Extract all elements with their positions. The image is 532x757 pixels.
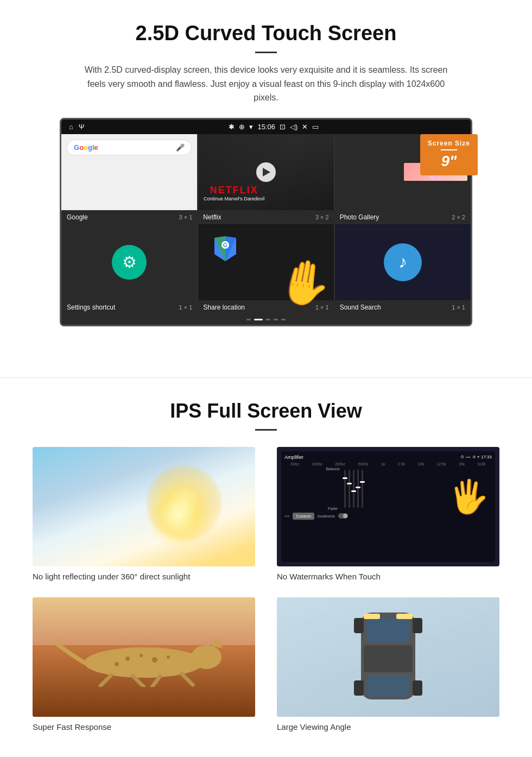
- dot-3: [266, 319, 270, 320]
- feature-car-caption: Large Viewing Angle: [277, 722, 499, 731]
- svg-rect-22: [413, 618, 422, 633]
- share-location-cell[interactable]: G 🤚: [198, 224, 334, 300]
- badge-label: Screen Size: [428, 140, 470, 147]
- svg-rect-20: [366, 675, 410, 697]
- svg-point-5: [84, 647, 204, 678]
- status-bar-center: ✱ ⊕ ▾ 15:06 ⊡ ◁) ✕ ▭: [229, 123, 319, 131]
- settings-app-name: Settings shortcut: [67, 304, 115, 311]
- eq-thumb-3: [351, 490, 356, 492]
- eq-thumb-1: [343, 477, 347, 479]
- settings-icon-circle: ⚙: [112, 245, 147, 280]
- maps-icon-wrapper: G: [212, 235, 239, 264]
- feature-car-image: [277, 597, 499, 717]
- maps-icon: G: [212, 235, 239, 262]
- signal-icon: ▾: [249, 123, 253, 131]
- usb-icon: Ψ: [79, 123, 85, 131]
- cheetah-svg: [52, 633, 236, 687]
- sun-glow: [146, 465, 222, 541]
- bluetooth-icon: ✱: [229, 123, 235, 131]
- feature-cheetah: Super Fast Response: [33, 597, 255, 731]
- eq-amplifier-label: Amplifier: [284, 455, 303, 460]
- svg-line-8: [100, 675, 111, 686]
- cheetah-visual: [33, 597, 255, 717]
- time-display: 15:06: [257, 123, 275, 131]
- svg-rect-19: [364, 645, 413, 672]
- cheetah-silhouette: [44, 633, 244, 687]
- feature-sky: No light reflecting under 360° direct su…: [33, 447, 255, 581]
- eq-bar-3: [353, 470, 354, 508]
- status-bar: ⌂ Ψ ✱ ⊕ ▾ 15:06 ⊡ ◁) ✕ ▭: [61, 119, 471, 134]
- svg-rect-24: [413, 680, 422, 696]
- app-grid-row1: Google 🎤 NETFLIX: [61, 134, 471, 210]
- svg-rect-23: [354, 680, 364, 696]
- google-mic-icon[interactable]: 🎤: [176, 143, 185, 152]
- section1-description: With 2.5D curved-display screen, this de…: [76, 63, 456, 105]
- svg-point-14: [152, 657, 157, 663]
- eq-screen: Amplifier ⚙ ••• ⊕ ▾ 17:33 60hz100hz200hz…: [281, 451, 495, 562]
- sound-label: Sound Search 1 × 1: [334, 300, 471, 314]
- screen-size-badge: Screen Size 9": [420, 134, 478, 175]
- dot-5: [281, 319, 286, 320]
- app-grid-row2: ⚙ G 🤚: [61, 224, 471, 300]
- eq-toggle-knob: [343, 514, 347, 518]
- netflix-logo-overlay: NETFLIX Continue Marvel's Daredevil: [204, 185, 264, 201]
- netflix-play-button[interactable]: [256, 162, 276, 182]
- device-mockup: Screen Size 9" ⌂ Ψ ✱ ⊕ ▾ 15:06 ⊡ ◁) ✕: [60, 118, 472, 326]
- eq-thumb-2: [347, 483, 352, 484]
- svg-point-12: [125, 657, 130, 661]
- google-label: Google 3 × 1: [61, 210, 198, 224]
- svg-rect-21: [354, 618, 364, 633]
- eq-loudness-toggle[interactable]: [338, 513, 348, 519]
- eq-thumb-4: [356, 487, 360, 488]
- svg-point-16: [115, 662, 119, 666]
- google-app-name: Google: [67, 213, 88, 221]
- music-note-icon: ♪: [398, 252, 407, 272]
- google-app-size: 3 × 1: [179, 214, 193, 220]
- svg-rect-25: [364, 614, 380, 619]
- gallery-app-size: 2 × 2: [452, 214, 465, 220]
- google-logo: Google: [74, 143, 98, 152]
- svg-line-9: [133, 676, 144, 687]
- section2-divider: [255, 429, 277, 431]
- svg-text:G: G: [223, 242, 227, 248]
- eq-status-icons: ⚙ ••• ⊕ ▾ 17:33: [460, 455, 492, 459]
- section-curved-touch: 2.5D Curved Touch Screen With 2.5D curve…: [0, 0, 532, 345]
- cross-icon: ✕: [302, 123, 308, 131]
- netflix-app-cell[interactable]: NETFLIX Continue Marvel's Daredevil: [198, 134, 334, 210]
- section2-title: IPS Full Screen View: [33, 400, 499, 422]
- settings-app-size: 1 × 1: [179, 304, 193, 311]
- eq-visual: Amplifier ⚙ ••• ⊕ ▾ 17:33 60hz100hz200hz…: [277, 447, 499, 566]
- dot-1: [246, 319, 251, 320]
- feature-cheetah-image: [33, 597, 255, 717]
- sound-search-cell[interactable]: ♪: [335, 224, 471, 300]
- google-app-cell[interactable]: Google 🎤: [61, 134, 197, 210]
- badge-size: 9": [441, 153, 457, 169]
- eq-bar-5: [362, 470, 363, 508]
- play-triangle-icon: [263, 168, 270, 176]
- feature-eq-caption: No Watermarks When Touch: [277, 572, 499, 581]
- eq-custom-btn[interactable]: Custom: [293, 513, 314, 520]
- feature-eq: Amplifier ⚙ ••• ⊕ ▾ 17:33 60hz100hz200hz…: [277, 447, 499, 581]
- car-svg: [353, 602, 423, 710]
- google-searchbar[interactable]: Google 🎤: [67, 140, 192, 155]
- eq-bar-1: [344, 470, 346, 508]
- app-labels-row1: Google 3 × 1 Netflix 3 × 2 Photo Gallery…: [61, 210, 471, 224]
- eq-sliders-area: Balance Fader: [284, 467, 492, 510]
- settings-label: Settings shortcut 1 × 1: [61, 300, 198, 314]
- section-separator: [0, 377, 532, 378]
- device-screen: ⌂ Ψ ✱ ⊕ ▾ 15:06 ⊡ ◁) ✕ ▭: [60, 118, 472, 326]
- sound-app-name: Sound Search: [340, 304, 381, 311]
- car-visual: [277, 597, 499, 717]
- svg-point-6: [191, 645, 221, 669]
- pointing-hand-icon: 🤚: [273, 253, 335, 313]
- status-bar-left: ⌂ Ψ: [69, 123, 85, 131]
- section-ips: IPS Full Screen View No light reflecting…: [0, 400, 532, 753]
- feature-sky-image: [33, 447, 255, 566]
- settings-app-cell[interactable]: ⚙: [61, 224, 197, 300]
- feature-car: Large Viewing Angle: [277, 597, 499, 731]
- eq-bar-4: [357, 470, 359, 508]
- section1-divider: [255, 52, 277, 53]
- eq-freq-labels: 60hz100hz200hz500hz1k2.5k10k12.5k15kSUB: [284, 462, 492, 466]
- gallery-label: Photo Gallery 2 × 2: [334, 210, 471, 224]
- svg-line-10: [152, 676, 160, 687]
